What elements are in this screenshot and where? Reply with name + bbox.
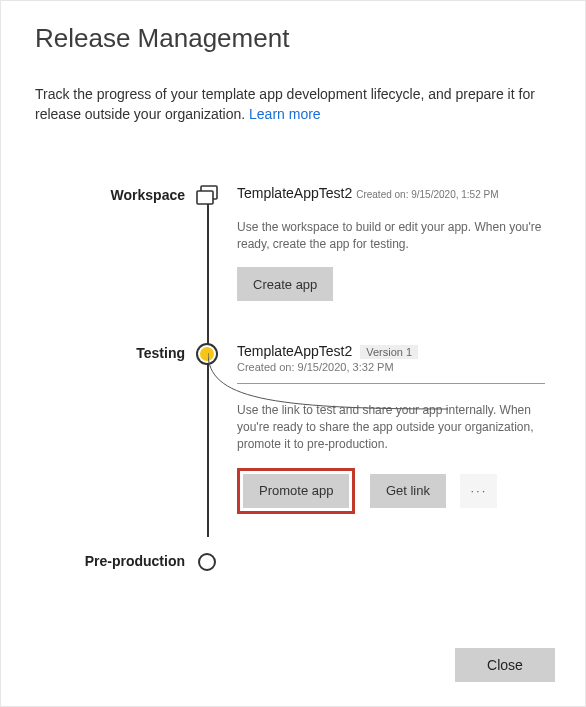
workspace-icon: [195, 185, 221, 207]
close-button[interactable]: Close: [455, 648, 555, 682]
get-link-button[interactable]: Get link: [370, 474, 446, 508]
intro-text: Track the progress of your template app …: [35, 84, 551, 125]
stage-workspace: Workspace TemplateAppTest2 Created on: 9…: [67, 185, 551, 335]
testing-node-icon: [200, 347, 214, 361]
promote-app-button[interactable]: Promote app: [243, 474, 349, 508]
workspace-item-name: TemplateAppTest2: [237, 185, 352, 201]
workspace-created-on: Created on: 9/15/2020, 1:52 PM: [356, 189, 498, 200]
stage-testing: Testing TemplateAppTest2 Version 1 Creat…: [67, 343, 551, 543]
promote-app-highlight: Promote app: [237, 468, 355, 514]
stage-label-testing: Testing: [35, 345, 185, 361]
version-badge: Version 1: [360, 345, 418, 359]
stage-label-preproduction: Pre-production: [35, 553, 185, 569]
svg-rect-1: [197, 191, 213, 204]
stage-label-workspace: Workspace: [35, 187, 185, 203]
page-title: Release Management: [35, 23, 551, 54]
testing-divider: [237, 383, 545, 384]
stage-testing-body: TemplateAppTest2 Version 1 Created on: 9…: [237, 343, 551, 514]
release-management-dialog: Release Management Track the progress of…: [0, 0, 586, 707]
create-app-button[interactable]: Create app: [237, 267, 333, 301]
testing-item-header: TemplateAppTest2 Version 1: [237, 343, 545, 359]
testing-description: Use the link to test and share your app …: [237, 402, 545, 454]
testing-created-on: Created on: 9/15/2020, 3:32 PM: [237, 361, 545, 373]
release-timeline: Workspace TemplateAppTest2 Created on: 9…: [67, 185, 551, 591]
preproduction-node-icon: [198, 553, 216, 571]
learn-more-link[interactable]: Learn more: [249, 106, 321, 122]
stage-preproduction: Pre-production: [67, 551, 551, 591]
workspace-description: Use the workspace to build or edit your …: [237, 219, 545, 254]
workspace-item-header: TemplateAppTest2 Created on: 9/15/2020, …: [237, 185, 545, 201]
testing-item-name: TemplateAppTest2: [237, 343, 352, 359]
stage-workspace-body: TemplateAppTest2 Created on: 9/15/2020, …: [237, 185, 551, 302]
more-actions-button[interactable]: ···: [460, 474, 497, 508]
